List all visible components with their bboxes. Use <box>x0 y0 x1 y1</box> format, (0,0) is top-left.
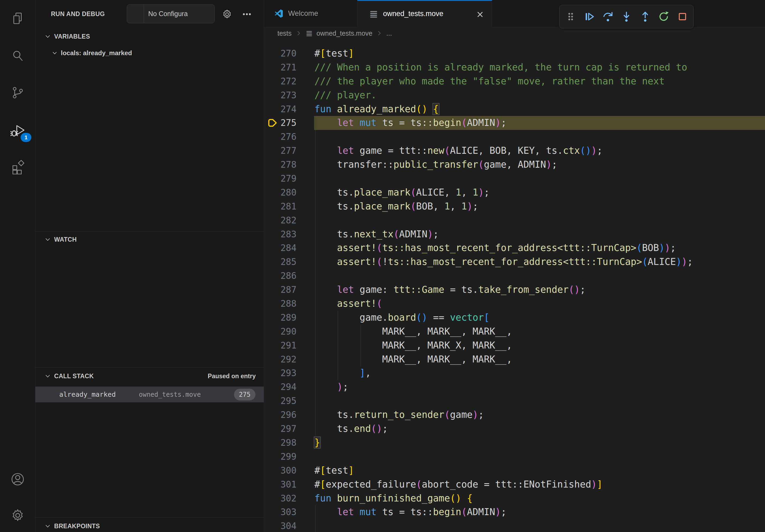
code-line-274: 274fun already_marked() { <box>264 102 765 116</box>
debug-continue-button[interactable] <box>582 9 597 24</box>
editor-gutter[interactable]: 295 <box>264 394 315 408</box>
launch-configuration-dropdown[interactable]: No Configura <box>127 4 215 23</box>
editor-gutter[interactable]: 285 <box>264 255 315 269</box>
editor-gutter[interactable]: 278 <box>264 158 315 172</box>
editor-gutter[interactable]: 301 <box>264 478 315 492</box>
code-text: ts.place_mark(ALICE, 1, 1); <box>315 186 489 199</box>
editor-gutter[interactable]: 281 <box>264 199 315 213</box>
editor-gutter[interactable]: 294 <box>264 380 315 394</box>
views-more-actions-button[interactable] <box>241 8 253 20</box>
debug-step-over-button[interactable] <box>600 9 615 24</box>
activity-bar-item-search[interactable] <box>0 40 35 72</box>
editor-gutter[interactable]: 274 <box>264 102 315 116</box>
tab-welcome[interactable]: Welcome <box>264 0 357 27</box>
sidebar-title: RUN AND DEBUG <box>51 0 105 28</box>
breadcrumb-item[interactable]: ... <box>386 30 392 37</box>
code-text: #[expected_failure(abort_code = ttt::ENo… <box>315 478 602 492</box>
editor-gutter[interactable]: 280 <box>264 186 315 199</box>
editor-gutter[interactable]: 293 <box>264 366 315 380</box>
debug-settings-button[interactable] <box>221 8 233 20</box>
editor-gutter[interactable]: 275 <box>264 116 315 130</box>
editor-gutter[interactable]: 292 <box>264 353 315 367</box>
activity-bar-item-accounts[interactable] <box>0 463 35 495</box>
debug-current-line-marker-icon <box>267 118 278 128</box>
divider <box>144 5 144 23</box>
section-header-watch[interactable]: WATCH <box>35 232 264 246</box>
breadcrumb-item[interactable]: owned_tests.move <box>317 30 372 37</box>
editor-gutter[interactable]: 288 <box>264 297 315 311</box>
editor-gutter[interactable]: 297 <box>264 422 315 436</box>
debug-step-out-button[interactable] <box>638 9 653 24</box>
breadcrumb-item[interactable]: tests <box>278 30 292 37</box>
code-line-content: let mut ts = ts::begin(ADMIN); <box>315 505 765 519</box>
debug-stop-button[interactable] <box>675 9 690 24</box>
editor-gutter[interactable]: 279 <box>264 172 315 186</box>
editor-gutter[interactable]: 289 <box>264 311 315 325</box>
editor-gutter[interactable]: 290 <box>264 325 315 339</box>
editor-gutter[interactable]: 302 <box>264 492 315 505</box>
editor-gutter[interactable]: 299 <box>264 450 315 464</box>
debug-drag-handle-button[interactable] <box>563 9 578 24</box>
start-debugging-icon[interactable] <box>131 9 142 19</box>
code-line-292: 292 MARK__, MARK__, MARK__, <box>264 353 765 367</box>
section-header-breakpoints[interactable]: BREAKPOINTS <box>35 519 264 532</box>
code-text: game.board() == vector[ <box>315 311 489 325</box>
editor-gutter[interactable]: 287 <box>264 283 315 297</box>
editor-gutter[interactable]: 298 <box>264 436 315 450</box>
code-text: ); <box>315 380 348 394</box>
editor-gutter[interactable]: 282 <box>264 213 315 227</box>
debug-restart-button[interactable] <box>656 9 671 24</box>
close-icon[interactable] <box>475 10 483 18</box>
editor-gutter[interactable]: 286 <box>264 269 315 283</box>
chevron-right-icon <box>296 30 302 36</box>
activity-bar-item-extensions[interactable] <box>0 151 35 183</box>
editor-gutter[interactable]: 291 <box>264 339 315 353</box>
activity-bar-item-explorer[interactable] <box>0 2 35 35</box>
variables-scope-row[interactable]: locals: already_marked <box>35 46 264 60</box>
code-line-299: 299 <box>264 450 765 464</box>
settings-gear-icon <box>10 508 25 523</box>
debug-step-into-button[interactable] <box>619 9 634 24</box>
code-text: assert!( <box>315 297 382 311</box>
editor-gutter[interactable]: 300 <box>264 464 315 478</box>
code-line-287: 287 let game: ttt::Game = ts.take_from_s… <box>264 283 765 297</box>
code-line-284: 284 assert!(ts::has_most_recent_for_addr… <box>264 241 765 255</box>
code-line-270: 270#[test] <box>264 47 765 61</box>
activity-bar-item-source-control[interactable] <box>0 77 35 109</box>
code-area[interactable]: 270#[test]271/// When a position is alre… <box>264 40 765 532</box>
editor-gutter[interactable]: 272 <box>264 75 315 89</box>
tab-owned-tests-move[interactable]: owned_tests.move <box>357 0 492 27</box>
editor-gutter[interactable]: 271 <box>264 61 315 75</box>
editor-gutter[interactable]: 276 <box>264 130 315 144</box>
line-number: 281 <box>280 199 297 213</box>
code-line-278: 278 transfer::public_transfer(game, ADMI… <box>264 158 765 172</box>
section-header-variables[interactable]: VARIABLES <box>35 30 264 43</box>
editor-gutter[interactable]: 277 <box>264 144 315 158</box>
activity-bar-item-run-and-debug[interactable]: 1 <box>0 115 35 147</box>
editor-gutter[interactable]: 270 <box>264 47 315 61</box>
code-line-content: /// When a position is already marked, t… <box>315 61 765 75</box>
code-line-294: 294 ); <box>264 380 765 394</box>
code-line-297: 297 ts.end(); <box>264 422 765 436</box>
editor-gutter[interactable]: 296 <box>264 408 315 422</box>
code-line-content: ts.place_mark(BOB, 1, 1); <box>315 199 765 213</box>
stack-frame-function: already_marked <box>59 391 116 398</box>
code-line-276: 276 <box>264 130 765 144</box>
line-number: 273 <box>280 89 297 102</box>
chevron-down-icon <box>188 10 196 18</box>
editor-gutter[interactable]: 283 <box>264 227 315 241</box>
indent-guide <box>315 519 316 532</box>
chevron-down-icon <box>45 523 51 529</box>
variables-scope-label: locals: already_marked <box>61 49 132 57</box>
call-stack-frame-row[interactable]: already_marked owned_tests.move 275 <box>35 387 264 402</box>
editor-gutter[interactable]: 273 <box>264 89 315 102</box>
editor-gutter[interactable]: 303 <box>264 505 315 519</box>
code-line-content: assert!(ts::has_most_recent_for_address<… <box>315 241 765 255</box>
editor-gutter[interactable]: 284 <box>264 241 315 255</box>
line-number: 276 <box>280 130 297 144</box>
indent-guide <box>315 394 316 408</box>
code-line-content: fun already_marked() { <box>315 102 765 116</box>
activity-bar-item-settings[interactable] <box>0 499 35 531</box>
code-line-content <box>315 450 765 464</box>
editor-gutter[interactable]: 304 <box>264 519 315 532</box>
